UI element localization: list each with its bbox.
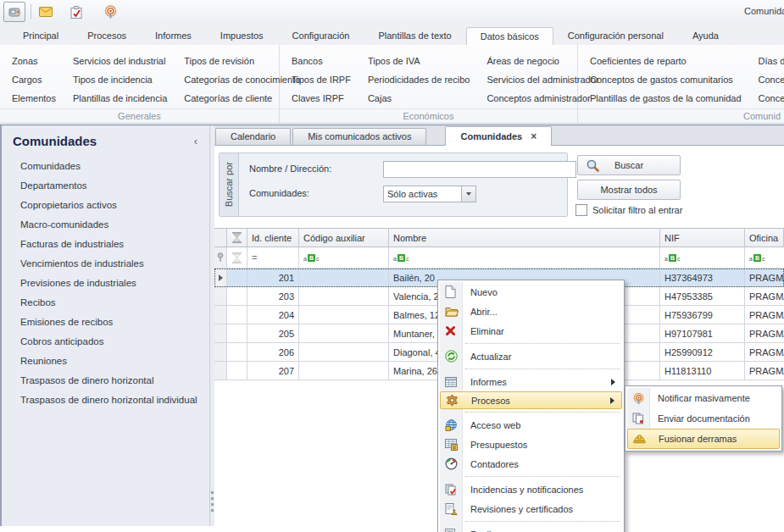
sidebar-item-departamentos[interactable]: Departamentos <box>2 176 209 196</box>
tab-datos-basicos[interactable]: Datos básicos <box>466 27 553 46</box>
ribbon-link-elementos[interactable]: Elementos <box>12 89 56 108</box>
ribbon-group-label: Generales <box>0 108 279 121</box>
submenu-arrow-icon <box>610 397 614 404</box>
submenu-item-fusionar-derramas[interactable]: Fusionar derramas <box>627 429 780 449</box>
menu-item-eliminar[interactable]: Eliminar <box>440 321 622 341</box>
cell-oficina: PRAGMA <box>745 362 784 380</box>
communities-dropdown[interactable]: Sólo activas <box>383 186 476 202</box>
column-header-nif[interactable]: NIF <box>660 229 745 247</box>
search-button[interactable]: Buscar <box>577 155 681 175</box>
menu-item-abrir[interactable]: Abrir... <box>440 302 622 321</box>
submenu-item-enviar-documentacion[interactable]: Enviar documentación <box>627 408 780 429</box>
menu-item-recibos[interactable]: Recibos <box>440 524 622 532</box>
filter-nif[interactable]: aBc <box>660 247 745 269</box>
filter-id-cliente[interactable]: = <box>247 247 299 269</box>
hourglass-icon[interactable] <box>227 229 247 247</box>
filter-nombre[interactable]: aBc <box>389 247 660 269</box>
sidebar-item-comunidades[interactable]: Comunidades <box>2 157 209 176</box>
sidebar-item-reuniones[interactable]: Reuniones <box>2 352 209 371</box>
sidebar-item-facturas-de-industriales[interactable]: Facturas de industriales <box>2 235 209 254</box>
ribbon-link-plantillas-de-gastos-de-la-comunidad[interactable]: Plantillas de gastos de la comunidad <box>590 89 742 108</box>
close-icon[interactable]: × <box>531 127 537 146</box>
show-all-button[interactable]: Mostrar todos <box>577 180 681 200</box>
menu-item-nuevo[interactable]: Nuevo <box>440 282 622 302</box>
ribbon-link-tipos-de-irpf[interactable]: Tipos de IRPF <box>292 70 351 89</box>
abc-filter-icon: aBc <box>303 254 319 262</box>
sidebar-item-traspasos-horizontal[interactable]: Traspasos de dinero horizontal <box>2 371 209 391</box>
doc-tab-calendario[interactable]: Calendario <box>215 128 291 145</box>
tasks-icon[interactable] <box>66 3 86 21</box>
column-header-oficina[interactable]: Oficina <box>745 229 784 247</box>
doc-tab-comunidades[interactable]: Comunidades × <box>445 126 552 146</box>
menu-item-contadores[interactable]: Contadores <box>440 454 622 474</box>
tab-informes[interactable]: Informes <box>141 26 206 45</box>
menu-item-revisiones-y-certificados[interactable]: Revisiones y certificados <box>440 499 622 518</box>
ribbon-link-conceptos-2[interactable]: Conceptos <box>759 89 784 108</box>
column-header-nombre[interactable]: Nombre <box>389 229 660 247</box>
menu-item-label: Acceso web <box>470 420 520 430</box>
ribbon-link-conceptos-1[interactable]: Conceptos <box>759 70 784 89</box>
ribbon-link-bancos[interactable]: Bancos <box>292 52 351 70</box>
filter-oficina[interactable]: aBc <box>745 247 784 269</box>
menu-item-actualizar[interactable]: Actualizar <box>440 346 622 366</box>
ribbon-link-plantillas-de-incidencia[interactable]: Plantillas de incidencia <box>73 89 167 108</box>
sidebar-item-traspasos-horizontal-individual[interactable]: Traspasos de dinero horizontal individua… <box>2 391 209 410</box>
menu-item-acceso-web[interactable]: Acceso web <box>440 415 622 435</box>
submenu-item-notificar-masivamente[interactable]: Notificar masivamente <box>627 388 780 408</box>
ribbon-link-claves-irpf[interactable]: Claves IRPF <box>292 89 351 108</box>
name-address-input[interactable] <box>383 161 576 178</box>
selected-row-arrow-icon <box>214 269 227 287</box>
sidebar-title: Comunidades <box>13 134 191 148</box>
mail-icon[interactable] <box>36 3 56 21</box>
sidebar-item-emisiones-de-recibos[interactable]: Emisiones de recibos <box>2 313 209 332</box>
ribbon-link-dias-de-em[interactable]: Días de em <box>759 52 784 70</box>
sidebar-item-previsiones-de-industriales[interactable]: Previsiones de industriales <box>2 274 209 293</box>
ribbon-link-coeficientes-de-reparto[interactable]: Coeficientes de reparto <box>590 52 742 70</box>
doc-tab-mis-comunicados-activos[interactable]: Mis comunicados activos <box>292 128 426 145</box>
menu-item-label: Incidencias y notificaciones <box>470 485 583 495</box>
menu-item-label: Contadores <box>470 459 519 469</box>
column-header-id-cliente[interactable]: Id. cliente <box>247 229 299 247</box>
ribbon-link-conceptos-de-gastos-comunitarios[interactable]: Conceptos de gastos comunitarios <box>590 70 742 89</box>
tab-configuracion-personal[interactable]: Configuración personal <box>553 26 678 45</box>
tab-configuracion[interactable]: Configuración <box>278 26 364 45</box>
ribbon-tab-strip: Principal Procesos Informes Impuestos Co… <box>0 24 784 45</box>
ribbon-link-zonas[interactable]: Zonas <box>12 52 56 70</box>
abc-filter-icon: aBc <box>393 254 409 262</box>
ribbon-link-servicios-del-industrial[interactable]: Servicios del industrial <box>73 52 167 70</box>
sidebar-item-cobros-anticipados[interactable]: Cobros anticipados <box>2 332 209 352</box>
menu-item-presupuestos[interactable]: Presupuestos <box>440 435 622 454</box>
cell-aux <box>299 324 389 343</box>
checkbox-unchecked-icon[interactable] <box>575 204 587 216</box>
sidebar-item-copropietarios-activos[interactable]: Copropietarios activos <box>2 196 209 215</box>
chevron-left-icon[interactable]: ‹ <box>191 135 201 147</box>
tab-procesos[interactable]: Procesos <box>73 26 141 45</box>
tab-plantillas-de-texto[interactable]: Plantillas de texto <box>364 26 465 45</box>
menu-item-informes[interactable]: Informes <box>440 372 622 391</box>
hourglass-icon[interactable] <box>227 247 247 269</box>
menu-item-procesos[interactable]: Procesos <box>440 391 622 409</box>
ribbon-link-tipos-de-iva[interactable]: Tipos de IVA <box>368 52 470 70</box>
tab-impuestos[interactable]: Impuestos <box>206 26 278 45</box>
menu-item-incidencias-y-notificaciones[interactable]: Incidencias y notificaciones <box>440 479 622 499</box>
sidebar-item-vencimientos-de-industriales[interactable]: Vencimientos de industriales <box>2 254 209 274</box>
ribbon-link-cargos[interactable]: Cargos <box>12 70 56 89</box>
phone-icon[interactable] <box>3 2 25 22</box>
cell-id: 201 <box>247 269 299 287</box>
sidebar-item-macro-comunidades[interactable]: Macro-comunidades <box>2 215 209 235</box>
cell-oficina: PRAGMA <box>745 287 784 306</box>
ribbon-link-cajas[interactable]: Cajas <box>368 89 470 108</box>
tab-ayuda[interactable]: Ayuda <box>678 26 733 45</box>
send-docs-icon <box>632 413 645 424</box>
broadcast-icon[interactable] <box>100 3 120 21</box>
grid-filter-row: = aBc aBc aBc aBc <box>214 247 784 269</box>
column-header-codigo-auxiliar[interactable]: Código auxiliar <box>299 229 389 247</box>
ribbon-link-tipos-de-incidencia[interactable]: Tipos de incidencia <box>73 70 167 89</box>
chevron-down-icon[interactable] <box>461 186 475 202</box>
sidebar-item-recibos[interactable]: Recibos <box>2 293 209 313</box>
ribbon-link-periodicidades-de-recibo[interactable]: Periodicidades de recibo <box>368 70 470 89</box>
tab-principal[interactable]: Principal <box>8 26 73 45</box>
web-access-icon <box>445 419 458 431</box>
request-filter-checkbox-row[interactable]: Solicitar filtro al entrar <box>575 204 682 216</box>
filter-codigo-auxiliar[interactable]: aBc <box>299 247 389 269</box>
